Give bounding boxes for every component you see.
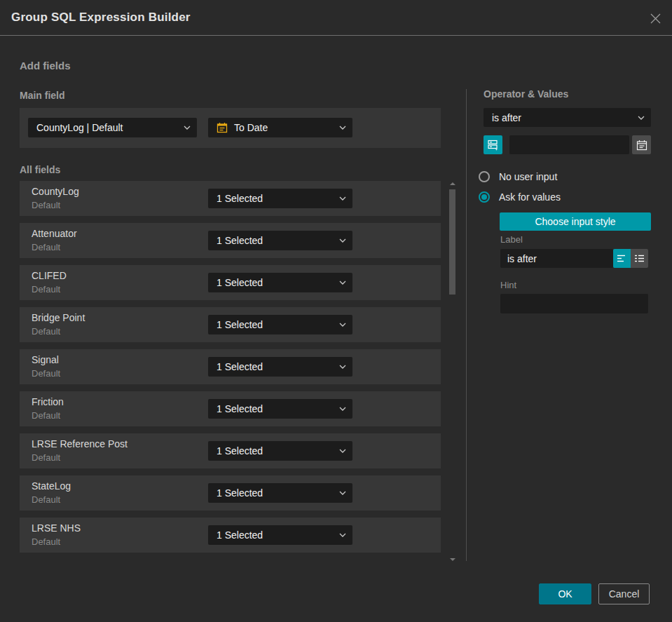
field-name: CLIFED [32,270,67,281]
radio-no-user-input[interactable]: No user input [479,171,557,182]
scroll-down-arrow-icon[interactable] [450,558,455,561]
date-type-dropdown-value: To Date [234,122,268,133]
row-selection-dropdown[interactable]: 1 Selected [208,231,352,250]
row-selection-dropdown-label: 1 Selected [217,193,263,204]
field-row: Bridge Point Default 1 Selected [20,307,441,342]
chevron-down-icon [339,365,346,369]
chevron-down-icon [339,280,346,285]
field-name: StateLog [32,480,71,492]
row-selection-dropdown-label: 1 Selected [217,529,263,541]
radio-ask-for-values[interactable]: Ask for values [479,191,561,203]
field-row: Attenuator Default 1 Selected [20,223,441,258]
field-name: Bridge Point [32,312,85,323]
hint-caption: Hint [500,280,516,290]
label-caption: Label [500,234,523,245]
group-sql-expression-builder-dialog: Group SQL Expression Builder Add fields … [0,0,672,622]
ok-button[interactable]: OK [539,583,591,604]
field-name: LRSE NHS [32,522,81,534]
field-name: CountyLog [32,186,79,197]
date-type-dropdown[interactable]: To Date [208,118,352,137]
field-name: Friction [32,396,64,407]
scrollbar-thumb[interactable] [449,189,455,295]
main-field-dropdown[interactable]: CountyLog | Default [28,118,197,137]
cancel-button[interactable]: Cancel [598,583,650,604]
vertical-divider [466,89,467,561]
row-selection-dropdown-label: 1 Selected [217,487,263,499]
hint-input[interactable] [500,294,648,313]
field-name: Signal [32,354,59,365]
close-icon [650,13,661,25]
align-left-icon [617,255,626,262]
chevron-down-icon [184,126,191,130]
date-picker-button[interactable] [632,135,651,154]
field-sub: Default [32,326,60,337]
row-selection-dropdown[interactable]: 1 Selected [208,525,352,545]
field-row: LRSE Reference Post Default 1 Selected [20,433,441,468]
row-selection-dropdown[interactable]: 1 Selected [208,315,352,334]
row-selection-dropdown[interactable]: 1 Selected [208,483,352,503]
chevron-down-icon [339,491,346,495]
field-sub: Default [32,242,60,252]
row-selection-dropdown[interactable]: 1 Selected [208,189,352,208]
row-selection-dropdown-label: 1 Selected [217,445,263,457]
row-selection-dropdown-label: 1 Selected [217,403,263,414]
chevron-down-icon [339,533,346,537]
add-fields-heading: Add fields [20,60,71,72]
row-selection-dropdown-label: 1 Selected [217,319,263,330]
row-selection-dropdown-label: 1 Selected [217,361,263,372]
main-field-dropdown-value: CountyLog | Default [36,122,123,133]
radio-circle-icon [479,171,490,182]
single-line-style-button[interactable] [613,249,631,268]
chevron-down-icon [638,116,645,120]
list-style-button[interactable] [631,249,648,268]
chevron-down-icon [339,407,346,411]
all-fields-list: CountyLog Default 1 Selected Attenuator … [20,181,441,561]
field-sub: Default [32,452,60,463]
radio-no-user-input-label: No user input [499,171,557,182]
scroll-up-arrow-icon[interactable] [450,182,455,185]
field-sub: Default [32,410,60,421]
calendar-icon [636,140,647,151]
all-fields-label: All fields [20,164,60,175]
chevron-down-icon [339,323,346,327]
field-row: Signal Default 1 Selected [20,349,441,384]
stacked-values-icon [487,139,499,151]
bulleted-list-icon [635,255,644,262]
calendar-icon [217,122,228,133]
field-row: CLIFED Default 1 Selected [20,265,441,300]
field-sub: Default [32,284,60,295]
list-scrollbar[interactable] [449,181,455,562]
main-field-label: Main field [20,90,65,101]
field-row: LRSE NHS Default 1 Selected [20,518,441,553]
operator-values-heading: Operator & Values [484,88,568,100]
row-selection-dropdown-label: 1 Selected [217,235,263,246]
chevron-down-icon [339,449,346,453]
field-row: Friction Default 1 Selected [20,391,441,426]
field-sub: Default [32,200,60,210]
field-name: Attenuator [32,228,77,239]
radio-ask-for-values-label: Ask for values [499,191,561,203]
value-source-toggle-button[interactable] [484,135,502,154]
field-row: StateLog Default 1 Selected [20,475,441,511]
field-name: LRSE Reference Post [32,438,128,449]
chevron-down-icon [339,196,346,201]
main-field-panel: CountyLog | Default To Date [20,108,441,148]
operator-dropdown[interactable]: is after [484,108,651,127]
chevron-down-icon [339,126,346,130]
operator-dropdown-value: is after [492,112,521,123]
choose-input-style-button[interactable]: Choose input style [500,212,651,231]
date-value-input[interactable] [509,135,629,154]
field-row: CountyLog Default 1 Selected [20,181,441,216]
row-selection-dropdown[interactable]: 1 Selected [208,441,352,461]
row-selection-dropdown[interactable]: 1 Selected [208,399,352,419]
value-input-row [484,135,651,154]
radio-circle-icon [479,191,490,203]
label-input[interactable] [500,249,613,268]
operator-values-panel: Operator & Values is after [479,0,651,561]
row-selection-dropdown[interactable]: 1 Selected [208,273,352,292]
field-sub: Default [32,368,60,379]
dialog-title: Group SQL Expression Builder [11,11,191,25]
row-selection-dropdown[interactable]: 1 Selected [208,357,352,377]
field-sub: Default [32,494,60,505]
row-selection-dropdown-label: 1 Selected [217,277,263,288]
